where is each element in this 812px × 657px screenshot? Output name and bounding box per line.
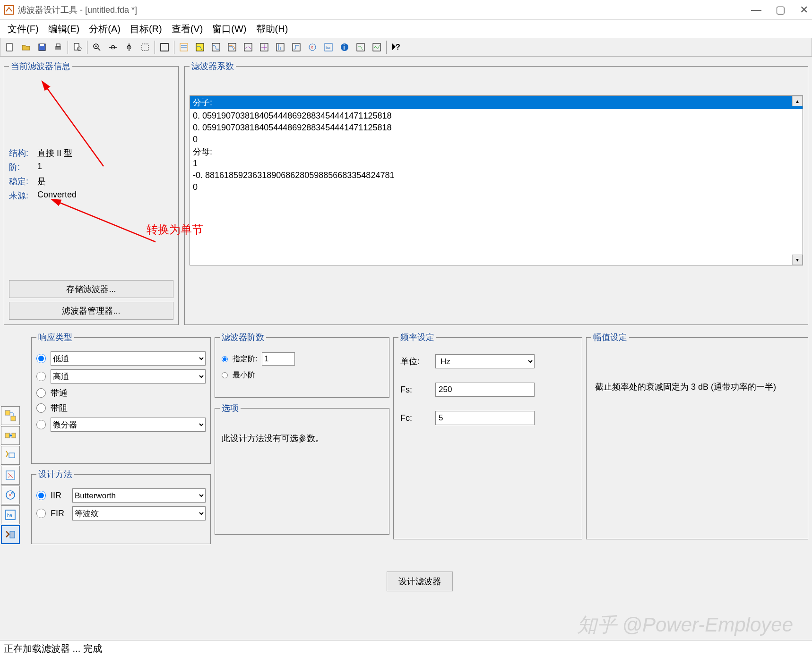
- zoom-fit-icon[interactable]: [138, 40, 153, 55]
- options-legend: 选项: [220, 402, 241, 414]
- menu-file[interactable]: 文件(F): [3, 21, 43, 37]
- bandstop-label: 带阻: [51, 402, 68, 414]
- full-view-icon[interactable]: [157, 40, 172, 55]
- scroll-up-button[interactable]: ▴: [792, 96, 803, 106]
- filter-spec-icon[interactable]: [176, 40, 191, 55]
- coef-line: 0. 0591907038184054448692883454441471125…: [193, 122, 800, 134]
- print-icon[interactable]: [51, 40, 66, 55]
- specify-order-radio[interactable]: [222, 356, 228, 362]
- transform-filter-tab-icon[interactable]: [1, 525, 20, 544]
- filter-info-legend: 当前滤波器信息: [9, 60, 72, 72]
- maximize-button[interactable]: ▢: [776, 4, 786, 16]
- phase-resp-icon[interactable]: [208, 40, 224, 55]
- coef-line: 0. 0591907038184054448692883454441471125…: [193, 110, 800, 122]
- svg-text:ba: ba: [7, 513, 13, 518]
- fir-method-select[interactable]: 等波纹: [72, 506, 206, 520]
- multirate-tab-icon[interactable]: [1, 446, 20, 465]
- iir-radio[interactable]: [36, 491, 46, 500]
- menu-edit[interactable]: 编辑(E): [43, 21, 85, 37]
- menu-bar: 文件(F) 编辑(E) 分析(A) 目标(R) 查看(V) 窗口(W) 帮助(H…: [0, 20, 812, 38]
- svg-rect-41: [5, 410, 10, 415]
- source-value: Converted: [37, 190, 77, 201]
- denominator-header: 分母:: [193, 146, 800, 158]
- impulse-resp-icon[interactable]: [273, 40, 288, 55]
- menu-window[interactable]: 窗口(W): [207, 21, 251, 37]
- filter-coef-icon[interactable]: ba: [321, 40, 336, 55]
- design-filter-tab-icon[interactable]: [1, 406, 20, 425]
- structure-value: 直接 II 型: [37, 147, 72, 159]
- zoom-in-icon[interactable]: [89, 40, 104, 55]
- svg-rect-22: [244, 43, 252, 51]
- svg-rect-1: [7, 43, 12, 51]
- unit-select[interactable]: Hz: [435, 354, 535, 368]
- specify-order-input[interactable]: [262, 352, 295, 366]
- design-filter-button[interactable]: 设计滤波器: [387, 572, 453, 591]
- magnitude-resp-icon[interactable]: [192, 40, 207, 55]
- fc-input[interactable]: [435, 411, 535, 425]
- svg-rect-29: [293, 43, 300, 51]
- minimize-button[interactable]: —: [751, 4, 761, 16]
- scroll-down-button[interactable]: ▾: [792, 255, 803, 265]
- new-icon[interactable]: [2, 40, 17, 55]
- mag-phase-icon[interactable]: [225, 40, 240, 55]
- pole-zero-editor-tab-icon[interactable]: ×: [1, 486, 20, 504]
- open-icon[interactable]: [18, 40, 34, 55]
- status-bar: 正在加载滤波器 ... 完成: [0, 640, 812, 657]
- pole-zero-icon[interactable]: ×: [305, 40, 320, 55]
- mag-resp-est-icon[interactable]: [353, 40, 368, 55]
- svg-rect-6: [74, 43, 79, 50]
- options-text: 此设计方法没有可选参数。: [220, 418, 384, 458]
- freq-legend: 频率设定: [398, 332, 436, 343]
- bandpass-radio[interactable]: [36, 388, 46, 398]
- menu-help[interactable]: 帮助(H): [251, 21, 293, 37]
- group-delay-icon[interactable]: [241, 40, 256, 55]
- iir-label: IIR: [51, 491, 68, 501]
- highpass-radio[interactable]: [36, 372, 46, 381]
- print-preview-icon[interactable]: [70, 40, 85, 55]
- filter-manager-button[interactable]: 滤波器管理器...: [9, 302, 173, 320]
- import-filter-tab-icon[interactable]: [1, 426, 20, 445]
- filter-info-icon[interactable]: i: [337, 40, 352, 55]
- fs-label: Fs:: [400, 385, 429, 395]
- lowpass-radio[interactable]: [36, 354, 46, 363]
- round-off-icon[interactable]: [369, 40, 384, 55]
- stable-value: 是: [37, 176, 46, 187]
- iir-method-select[interactable]: Butterworth: [72, 488, 206, 503]
- svg-rect-37: [373, 43, 380, 51]
- zoom-x-icon[interactable]: [105, 40, 121, 55]
- realize-model-tab-icon[interactable]: [1, 466, 20, 485]
- lowpass-select[interactable]: 低通: [51, 351, 206, 366]
- diff-radio[interactable]: [36, 420, 46, 429]
- mag-legend: 幅值设定: [591, 332, 629, 343]
- menu-view[interactable]: 查看(V): [167, 21, 208, 37]
- save-icon[interactable]: [35, 40, 50, 55]
- menu-target[interactable]: 目标(R): [125, 21, 167, 37]
- highpass-select[interactable]: 高通: [51, 369, 206, 384]
- svg-rect-45: [5, 433, 10, 438]
- zoom-y-icon[interactable]: [121, 40, 137, 55]
- store-filter-button[interactable]: 存储滤波器...: [9, 280, 173, 298]
- filter-info-panel: 当前滤波器信息 结构:直接 II 型 阶:1 稳定:是 来源:Converted…: [4, 60, 179, 325]
- coefficients-textbox[interactable]: 分子: 0. 059190703818405444869288345444147…: [190, 95, 803, 265]
- step-resp-icon[interactable]: [289, 40, 304, 55]
- phase-delay-icon[interactable]: [257, 40, 272, 55]
- svg-rect-42: [11, 416, 16, 421]
- set-quantization-tab-icon[interactable]: ba: [1, 505, 20, 524]
- help-icon[interactable]: ?: [389, 40, 404, 55]
- close-button[interactable]: ✕: [800, 4, 808, 16]
- toolbar: × ba i ?: [0, 38, 812, 57]
- svg-text:×: ×: [311, 45, 313, 50]
- svg-line-40: [52, 199, 155, 242]
- annotation-arrow-2: [47, 195, 160, 251]
- min-order-radio[interactable]: [222, 372, 228, 378]
- filter-order-panel: 滤波器阶数 指定阶: 最小阶: [215, 332, 389, 398]
- diff-select[interactable]: 微分器: [51, 418, 206, 432]
- svg-rect-17: [161, 43, 168, 51]
- menu-analysis[interactable]: 分析(A): [84, 21, 125, 37]
- window-title: 滤波器设计工具 - [untitled.fda *]: [18, 4, 751, 16]
- bandstop-radio[interactable]: [36, 403, 46, 413]
- fs-input[interactable]: [435, 383, 535, 397]
- status-text: 正在加载滤波器 ... 完成: [4, 643, 102, 654]
- fir-radio[interactable]: [36, 509, 46, 518]
- svg-rect-46: [12, 433, 16, 438]
